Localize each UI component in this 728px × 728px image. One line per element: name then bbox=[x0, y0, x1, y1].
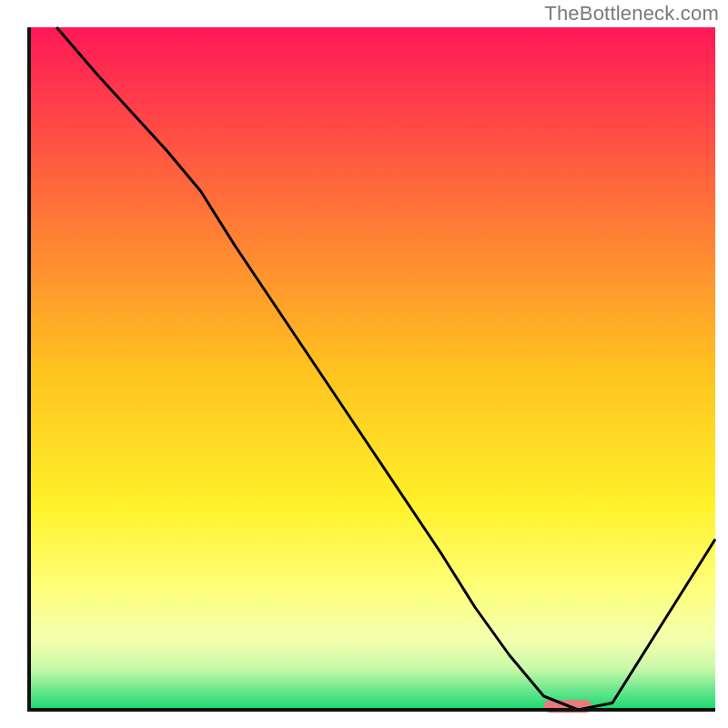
plot-background bbox=[29, 27, 715, 710]
chart-container: TheBottleneck.com bbox=[0, 0, 728, 728]
watermark-label: TheBottleneck.com bbox=[544, 2, 719, 25]
bottleneck-chart bbox=[0, 0, 728, 728]
